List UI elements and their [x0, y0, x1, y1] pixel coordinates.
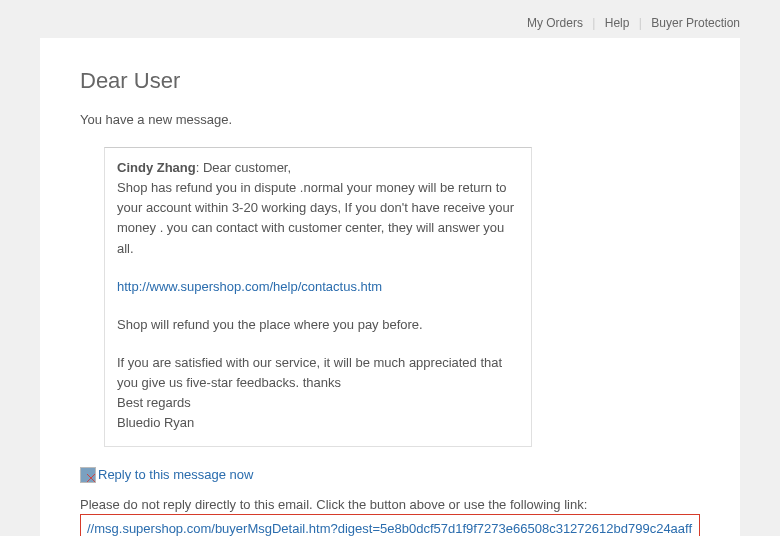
message-body-1: Shop has refund you in dispute .normal y… [117, 178, 519, 259]
footer-text: Please do not reply directly to this ema… [80, 497, 700, 512]
email-card: Dear User You have a new message. Cindy … [40, 38, 740, 536]
nav-help[interactable]: Help [605, 16, 630, 30]
nav-my-orders[interactable]: My Orders [527, 16, 583, 30]
direct-link-box: //msg.supershop.com/buyerMsgDetail.htm?d… [80, 514, 700, 536]
sender-sep: : [196, 160, 203, 175]
reply-link[interactable]: Reply to this message now [98, 467, 253, 482]
sender-name: Cindy Zhang [117, 160, 196, 175]
message-box: Cindy Zhang: Dear customer, Shop has ref… [104, 147, 532, 447]
message-body-3: If you are satisfied with our service, i… [117, 353, 519, 393]
top-nav: My Orders | Help | Buyer Protection [0, 0, 780, 38]
nav-divider: | [639, 16, 642, 30]
nav-buyer-protection[interactable]: Buyer Protection [651, 16, 740, 30]
message-signature: Bluedio Ryan [117, 413, 519, 433]
salutation: Dear User [80, 68, 700, 94]
broken-image-icon [80, 467, 96, 483]
message-closing: Best regards [117, 393, 519, 413]
direct-link[interactable]: //msg.supershop.com/buyerMsgDetail.htm?d… [87, 521, 692, 536]
intro-text: You have a new message. [80, 112, 700, 127]
nav-divider: | [592, 16, 595, 30]
message-body-2: Shop will refund you the place where you… [117, 315, 519, 335]
reply-row: Reply to this message now [80, 467, 700, 484]
message-greeting: Dear customer, [203, 160, 291, 175]
contact-link[interactable]: http://www.supershop.com/help/contactus.… [117, 279, 382, 294]
